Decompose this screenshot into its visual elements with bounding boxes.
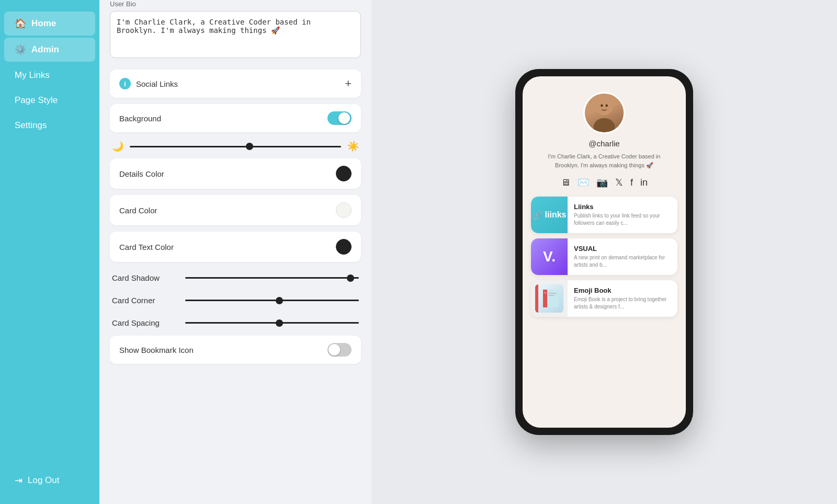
background-toggle-thumb [338, 112, 350, 124]
sidebar-item-my-links[interactable]: My Links [4, 64, 95, 87]
social-left: i Social Links [119, 78, 178, 89]
brightness-thumb [246, 143, 253, 150]
emoji-info: Emoji Book Emoji Book is a project to br… [568, 281, 677, 316]
card-shadow-track[interactable] [185, 277, 359, 279]
profile-avatar [583, 92, 625, 134]
facebook-icon: f [630, 177, 633, 188]
vsual-info: VSUAL A new print on demand marketplace … [568, 239, 677, 274]
social-links-label: Social Links [136, 79, 178, 88]
details-color-row: Details Color [110, 158, 361, 189]
emoji-title: Emoji Book [574, 287, 671, 294]
link-card-emoji[interactable]: Emoji Book Emoji Book is a project to br… [531, 280, 677, 317]
phone-screen: @charlie I'm Charlie Clark, a Creative C… [523, 76, 686, 428]
liinks-info: Liinks Publish links to your link feed s… [568, 198, 677, 232]
sidebar-item-page-style[interactable]: Page Style [4, 89, 95, 112]
vsual-letter: V. [543, 248, 556, 265]
avatar-svg [585, 94, 624, 132]
background-toggle[interactable] [327, 111, 352, 125]
details-color-swatch[interactable] [336, 166, 352, 181]
twitter-icon: 𝕏 [615, 177, 623, 188]
show-bookmark-row: Show Bookmark Icon [110, 336, 361, 364]
card-text-color-label: Card Text Color [119, 243, 174, 251]
bio-section: User Bio I'm Charlie Clark, a Creative C… [110, 0, 361, 60]
svg-point-3 [605, 105, 608, 107]
card-text-color-swatch[interactable] [336, 239, 352, 255]
card-spacing-track[interactable] [185, 322, 359, 324]
sidebar-item-log-out[interactable]: ⇥ Log Out [4, 468, 95, 492]
bio-label: User Bio [110, 0, 361, 8]
info-icon: i [119, 78, 131, 89]
svg-point-2 [601, 105, 603, 107]
sidebar: 🏠 Home ⚙️ Admin My Links Page Style Sett… [0, 0, 99, 504]
liinks-thumb: 🔗 liinks [531, 197, 568, 233]
home-icon: 🏠 [15, 18, 26, 29]
liinks-desc: Publish links to your link feed so your … [574, 212, 671, 227]
card-color-row: Card Color [110, 195, 361, 225]
card-shadow-thumb [347, 274, 354, 282]
link-card-vsual[interactable]: V. VSUAL A new print on demand marketpla… [531, 238, 677, 275]
sidebar-item-admin[interactable]: ⚙️ Admin [4, 38, 95, 62]
card-corner-inner: Card Corner [112, 296, 359, 305]
linkedin-icon: in [640, 177, 648, 188]
monitor-icon: 🖥 [561, 177, 570, 188]
sidebar-label-home: Home [31, 18, 56, 29]
liinks-logo: 🔗 liinks [533, 210, 567, 220]
avatar-face [585, 94, 624, 132]
vsual-desc: A new print on demand marketplace for ar… [574, 254, 671, 269]
vsual-thumb: V. [531, 238, 568, 275]
card-spacing-row: Card Spacing [110, 313, 361, 333]
social-icons-row: 🖥 ✉️ 📷 𝕏 f in [561, 177, 648, 188]
card-corner-track[interactable] [185, 300, 359, 301]
logout-icon: ⇥ [15, 475, 22, 486]
profile-username: @charlie [589, 139, 619, 148]
instagram-icon: 📷 [596, 177, 608, 188]
card-shadow-row: Card Shadow [110, 268, 361, 288]
card-spacing-inner: Card Spacing [112, 318, 359, 327]
sidebar-label-admin: Admin [31, 44, 59, 55]
main-area: User Bio I'm Charlie Clark, a Creative C… [99, 0, 837, 504]
sun-icon: ☀️ [347, 141, 359, 152]
card-color-label: Card Color [119, 206, 157, 215]
phone-mockup: @charlie I'm Charlie Clark, a Creative C… [515, 69, 693, 435]
emoji-desc: Emoji Book is a project to bring togethe… [574, 296, 671, 311]
sidebar-label-my-links: My Links [15, 70, 50, 81]
card-corner-row: Card Corner [110, 291, 361, 310]
svg-rect-8 [548, 295, 555, 296]
add-social-icon[interactable]: + [345, 77, 352, 90]
card-spacing-thumb [276, 319, 283, 327]
svg-point-0 [595, 98, 613, 115]
admin-icon: ⚙️ [15, 44, 26, 55]
svg-rect-6 [544, 292, 546, 294]
show-bookmark-toggle[interactable] [327, 343, 352, 357]
email-icon: ✉️ [578, 177, 589, 188]
emoji-book-thumb [535, 284, 563, 313]
emoji-book-svg [540, 288, 562, 310]
card-shadow-label: Card Shadow [112, 273, 180, 282]
details-color-label: Details Color [119, 169, 164, 178]
vsual-title: VSUAL [574, 245, 671, 253]
social-links-row[interactable]: i Social Links + [110, 70, 361, 98]
show-bookmark-thumb [329, 344, 340, 356]
settings-panel: User Bio I'm Charlie Clark, a Creative C… [99, 0, 371, 504]
card-corner-thumb [276, 297, 283, 304]
bio-preview: I'm Charlie Clark, a Creative Coder base… [541, 152, 667, 169]
link-card-liinks[interactable]: 🔗 liinks Liinks Publish links to your li… [531, 197, 677, 233]
svg-point-1 [594, 118, 615, 132]
sidebar-label-page-style: Page Style [15, 95, 58, 106]
card-color-swatch[interactable] [336, 202, 352, 218]
card-text-color-row: Card Text Color [110, 232, 361, 262]
sidebar-item-home[interactable]: 🏠 Home [4, 12, 95, 36]
card-corner-label: Card Corner [112, 296, 180, 305]
bio-textarea[interactable]: I'm Charlie Clark, a Creative Coder base… [110, 11, 361, 58]
card-shadow-inner: Card Shadow [112, 273, 359, 282]
brightness-track[interactable] [130, 146, 341, 147]
preview-panel: @charlie I'm Charlie Clark, a Creative C… [371, 0, 837, 504]
sidebar-label-settings: Settings [15, 120, 47, 131]
show-bookmark-label: Show Bookmark Icon [119, 346, 194, 354]
sidebar-item-settings[interactable]: Settings [4, 114, 95, 137]
emoji-thumb-wrap [531, 280, 568, 317]
svg-rect-7 [548, 293, 557, 294]
background-row: Background [110, 104, 361, 132]
liinks-text: liinks [545, 210, 567, 220]
brightness-row: 🌙 ☀️ [110, 139, 361, 158]
